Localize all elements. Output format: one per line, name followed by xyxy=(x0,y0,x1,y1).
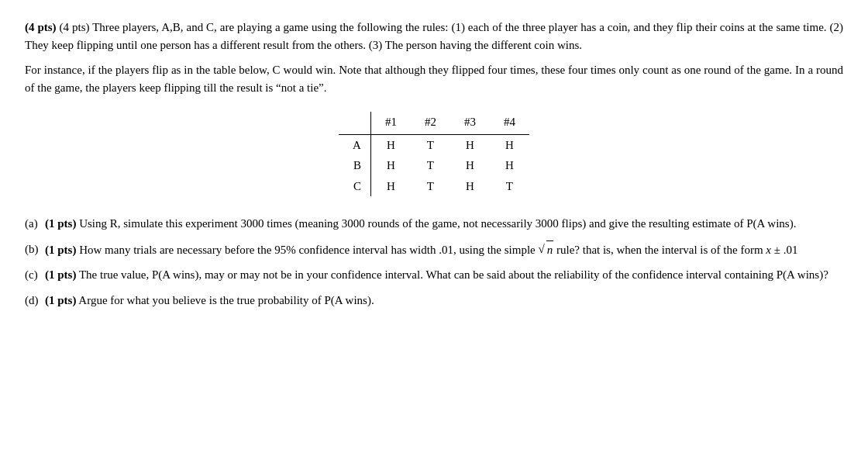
cell-c4: T xyxy=(490,176,529,197)
cell-b1: H xyxy=(370,155,411,176)
part-d-label: (d) xyxy=(25,292,45,310)
example-paragraph: For instance, if the players flip as in … xyxy=(25,61,843,96)
table-header-4: #4 xyxy=(490,112,529,134)
row-label-c: C xyxy=(339,176,370,197)
part-d: (d) (1 pts) Argue for what you believe i… xyxy=(25,292,843,310)
part-b-label: (b) xyxy=(25,240,45,258)
part-d-pts: (1 pts) xyxy=(45,294,76,306)
problem-statement: (4 pts) (4 pts) Three players, A,B, and … xyxy=(25,19,843,54)
cell-a1: H xyxy=(370,134,411,155)
part-a: (a) (1 pts) Using R, simulate this exper… xyxy=(25,215,843,233)
row-label-a: A xyxy=(339,134,370,155)
flip-table: #1 #2 #3 #4 A H T H H B H T H xyxy=(339,112,529,196)
cell-a2: T xyxy=(411,134,450,155)
cell-b3: H xyxy=(450,155,490,176)
flip-table-container: #1 #2 #3 #4 A H T H H B H T H xyxy=(25,112,843,196)
cell-b4: H xyxy=(490,155,529,176)
part-c-label: (c) xyxy=(25,266,45,284)
parts-list: (a) (1 pts) Using R, simulate this exper… xyxy=(25,215,843,309)
part-c: (c) (1 pts) The true value, P(A wins), m… xyxy=(25,266,843,284)
table-row: C H T H T xyxy=(339,176,529,197)
point-value: (4 pts) xyxy=(25,21,57,33)
table-header-empty xyxy=(339,112,370,134)
cell-c3: H xyxy=(450,176,490,197)
table-header-3: #3 xyxy=(450,112,490,134)
part-a-pts: (1 pts) xyxy=(45,217,76,230)
table-header-1: #1 xyxy=(370,112,411,134)
table-row: A H T H H xyxy=(339,134,529,155)
cell-c1: H xyxy=(370,176,411,197)
part-c-content: (1 pts) The true value, P(A wins), may o… xyxy=(45,266,843,284)
part-d-content: (1 pts) Argue for what you believe is th… xyxy=(45,292,843,310)
cell-a4: H xyxy=(490,134,529,155)
cell-c2: T xyxy=(411,176,450,197)
row-label-b: B xyxy=(339,155,370,176)
problem-container: (4 pts) (4 pts) Three players, A,B, and … xyxy=(25,19,843,309)
cell-a3: H xyxy=(450,134,490,155)
part-a-label: (a) xyxy=(25,215,45,233)
table-row: B H T H H xyxy=(339,155,529,176)
part-b-content: (1 pts) How many trials are necessary be… xyxy=(45,240,843,259)
sqrt-n: √n xyxy=(539,240,554,259)
part-b-pts: (1 pts) xyxy=(45,243,76,255)
part-c-pts: (1 pts) xyxy=(45,268,76,281)
cell-b2: T xyxy=(411,155,450,176)
part-b: (b) (1 pts) How many trials are necessar… xyxy=(25,240,843,259)
table-header-2: #2 xyxy=(411,112,450,134)
problem-header: (4 pts) (4 pts) Three players, A,B, and … xyxy=(25,19,843,96)
part-a-content: (1 pts) Using R, simulate this experimen… xyxy=(45,215,843,233)
